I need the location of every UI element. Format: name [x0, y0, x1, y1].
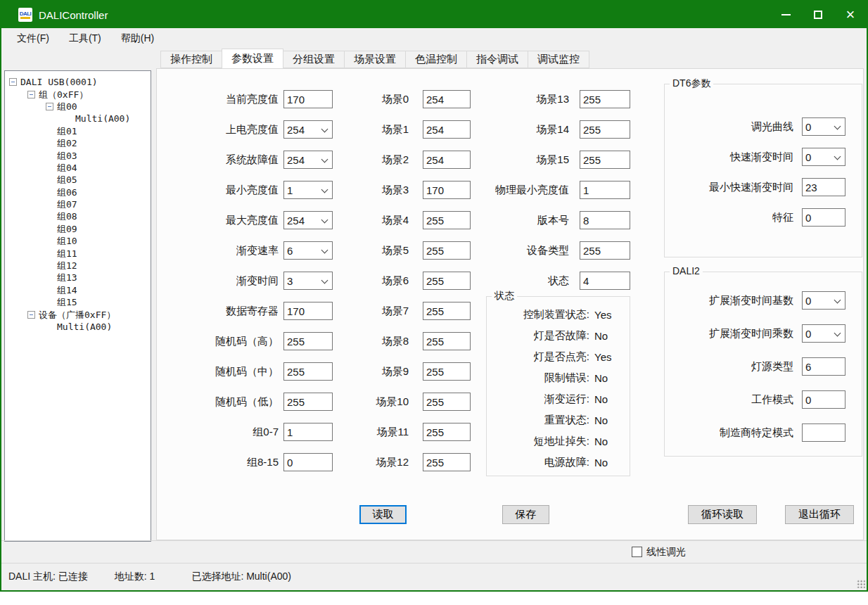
linear-dimming-checkbox-wrap: 线性调光 — [632, 546, 686, 559]
field-row: 版本号 — [454, 211, 630, 229]
tab[interactable]: 调试监控 — [528, 51, 589, 68]
minimize-button[interactable] — [770, 1, 802, 28]
tree-expander-icon[interactable] — [46, 103, 53, 110]
tree-item[interactable]: 组00 — [5, 101, 151, 113]
field-row: 调光曲线 — [665, 117, 845, 136]
statusbar-address-count: 地址数: 1 — [115, 571, 155, 583]
window-title: DALIController — [39, 9, 108, 21]
field-label: 当前亮度值 — [226, 93, 279, 106]
field-row: 场景8 — [295, 332, 471, 350]
tree-item-label: 组11 — [57, 248, 77, 260]
field-input[interactable] — [580, 181, 630, 199]
menu-item[interactable]: 工具(T) — [59, 30, 111, 48]
tree-item[interactable]: 组07 — [5, 198, 151, 210]
app-icon-text: DALI — [20, 11, 32, 17]
tab[interactable]: 分组设置 — [283, 51, 345, 68]
field-label: 物理最小亮度值 — [495, 184, 569, 197]
tree-item[interactable]: DALI USB(0001) — [5, 76, 151, 88]
tree-item-label: 组09 — [57, 223, 77, 235]
field-input[interactable] — [423, 393, 471, 411]
tree-item[interactable]: 组（0xFF） — [5, 88, 151, 100]
status-row-label: 灯是否点亮: — [487, 350, 589, 364]
tree-item[interactable]: 组06 — [5, 186, 151, 198]
field-input[interactable] — [580, 120, 630, 139]
tree-item[interactable]: Multi(A00) — [5, 321, 151, 333]
field-input[interactable] — [802, 208, 845, 227]
field-input-wrap — [423, 423, 471, 441]
read-button[interactable]: 读取 — [359, 505, 407, 524]
statusbar-host-status: DALI 主机: 已连接 — [8, 571, 88, 583]
field-input[interactable] — [580, 211, 630, 229]
field-input[interactable] — [423, 453, 471, 471]
field-input[interactable] — [802, 178, 845, 196]
resize-grip-icon[interactable] — [856, 579, 865, 588]
tree-expander-icon[interactable] — [27, 91, 35, 98]
maximize-button[interactable] — [802, 1, 834, 28]
close-button[interactable]: × — [834, 1, 867, 28]
field-label: 场景0 — [382, 93, 409, 106]
field-row: 特征 — [665, 208, 845, 227]
menu-item[interactable]: 文件(F) — [7, 30, 59, 48]
tree-expander-icon[interactable] — [9, 78, 17, 86]
field-input[interactable] — [802, 390, 845, 409]
device-tree: DALI USB(0001) 组（0xFF） 组00 Multi(A00) 组0… — [4, 70, 151, 542]
tab[interactable]: 色温控制 — [405, 51, 467, 68]
tree-item[interactable]: 组10 — [5, 235, 151, 247]
field-label: 场景5 — [382, 244, 409, 257]
field-input-wrap — [802, 117, 845, 136]
tree-item[interactable]: 组15 — [5, 296, 151, 308]
linear-dimming-checkbox[interactable] — [632, 547, 642, 557]
tree-item-label: 组00 — [57, 101, 77, 113]
status-row-value: No — [589, 372, 630, 384]
field-input[interactable] — [423, 332, 471, 350]
tree-item[interactable]: Multi(A00) — [5, 113, 151, 125]
field-label: 场景9 — [382, 365, 409, 378]
field-input-wrap — [580, 241, 630, 260]
loop-read-button[interactable]: 循环读取 — [688, 505, 757, 524]
tree-item[interactable]: 组14 — [5, 284, 151, 296]
tree-item[interactable]: 组13 — [5, 272, 151, 284]
field-label: 场景6 — [382, 274, 409, 288]
tree-item[interactable]: 设备（广播0xFF） — [5, 308, 151, 320]
field-label: 随机码（中） — [215, 365, 279, 378]
tree-item[interactable]: 组11 — [5, 247, 151, 259]
tree-item-label: 组（0xFF） — [39, 89, 88, 101]
tab[interactable]: 场景设置 — [344, 51, 406, 68]
tree-item-label: 设备（广播0xFF） — [39, 309, 115, 321]
field-row: 状态 — [454, 272, 630, 290]
field-input-wrap — [580, 181, 630, 199]
field-input[interactable] — [423, 423, 471, 441]
field-input[interactable] — [802, 357, 845, 376]
field-row: 场景10 — [295, 393, 471, 411]
tree-item-label: 组05 — [57, 174, 77, 186]
field-input[interactable] — [580, 151, 630, 169]
field-input[interactable] — [580, 90, 630, 108]
save-button[interactable]: 保存 — [502, 505, 549, 524]
param-column-scenes-0-12: 场景0 场景1 场景2 场景3 场景4 场景5 — [295, 90, 471, 471]
field-input[interactable] — [802, 424, 845, 442]
field-input[interactable] — [423, 362, 471, 381]
tab[interactable]: 操作控制 — [160, 51, 222, 68]
tree-item-label: 组02 — [57, 137, 77, 149]
field-input[interactable] — [423, 302, 471, 320]
tree-expander-icon[interactable] — [27, 311, 35, 319]
exit-loop-button[interactable]: 退出循环 — [785, 505, 854, 524]
tree-item[interactable]: 组08 — [5, 210, 151, 222]
tree-item[interactable]: 组05 — [5, 174, 151, 186]
tree-item[interactable]: 组09 — [5, 223, 151, 235]
field-label: 场景10 — [376, 395, 409, 409]
field-input[interactable] — [580, 241, 630, 260]
field-input[interactable] — [580, 272, 630, 290]
tab[interactable]: 指令调试 — [466, 51, 528, 68]
tree-item[interactable]: 组01 — [5, 125, 151, 137]
status-row-label: 限制错误: — [487, 371, 589, 385]
tree-item[interactable]: 组03 — [5, 149, 151, 161]
desktop: { "window": { "title": "DALIController" … — [0, 0, 868, 605]
field-input-wrap — [802, 208, 845, 227]
field-row: 场景12 — [295, 453, 471, 471]
tab[interactable]: 参数设置 — [222, 49, 283, 68]
menu-item[interactable]: 帮助(H) — [111, 30, 164, 48]
tree-item[interactable]: 组12 — [5, 260, 151, 272]
tree-item[interactable]: 组02 — [5, 137, 151, 149]
tree-item[interactable]: 组04 — [5, 162, 151, 174]
